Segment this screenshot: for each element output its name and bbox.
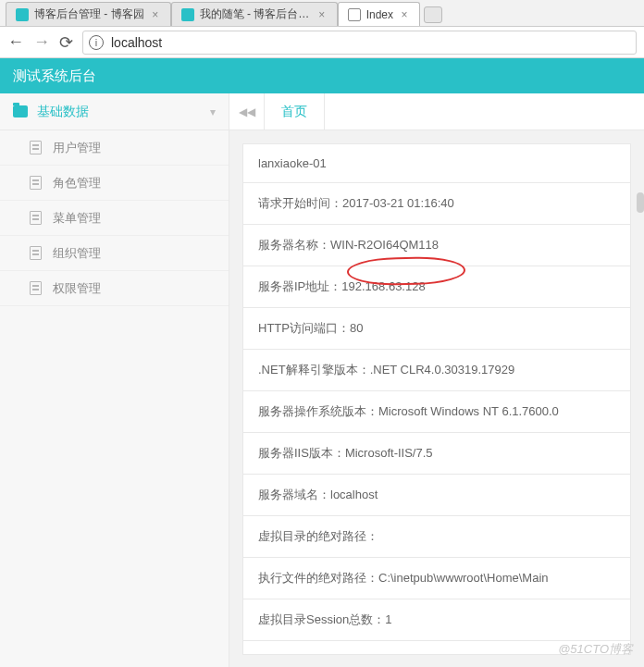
content-tab-label: 首页: [281, 104, 307, 120]
close-icon[interactable]: ×: [399, 9, 410, 20]
row-label: 虚拟目录的绝对路径：: [258, 529, 378, 543]
favicon-icon: [181, 8, 194, 21]
back-button[interactable]: ←: [7, 32, 24, 52]
sidebar-item-label: 用户管理: [53, 140, 101, 156]
browser-chrome: 博客后台管理 - 博客园 × 我的随笔 - 博客后台 - 博 × Index ×: [0, 0, 644, 27]
browser-tab-1[interactable]: 我的随笔 - 博客后台 - 博 ×: [171, 2, 338, 26]
row-value: 1: [385, 612, 391, 626]
row-label: 请求开始时间：: [258, 196, 342, 210]
watermark: @51CTO博客: [558, 641, 633, 658]
document-icon: [30, 176, 42, 190]
close-icon[interactable]: ×: [316, 9, 328, 20]
sidebar-group-basic-data[interactable]: 基础数据 ▾: [0, 93, 229, 130]
row-label: 虚拟目录Session总数：: [258, 612, 385, 626]
row-value: Microsoft Windows NT 6.1.7600.0: [378, 404, 559, 418]
app-header: 测试系统后台: [0, 58, 644, 93]
document-icon: [30, 281, 42, 295]
row-label: HTTP访问端口：: [258, 321, 350, 335]
info-row-clr: .NET解释引擎版本：.NET CLR4.0.30319.17929: [243, 350, 630, 391]
sidebar-item-perm-mgmt[interactable]: 权限管理: [0, 271, 229, 306]
app-title: 测试系统后台: [13, 68, 96, 85]
row-value: .NET CLR4.0.30319.17929: [370, 363, 515, 377]
sidebar-item-label: 组织管理: [53, 245, 101, 262]
info-row-domain: 服务器域名：localhost: [243, 475, 630, 516]
main-layout: 基础数据 ▾ 用户管理 角色管理 菜单管理 组织管理 权限管理 ◀◀: [0, 93, 644, 667]
host-value: lanxiaoke-01: [258, 156, 327, 170]
content-tab-home[interactable]: 首页: [265, 93, 325, 130]
row-value: localhost: [318, 654, 365, 655]
row-label: .NET解释引擎版本：: [258, 363, 370, 377]
info-row-session-count: 虚拟目录Session总数：1: [243, 599, 630, 641]
sidebar-item-label: 菜单管理: [53, 210, 101, 227]
info-row-server-ip: 服务器IP地址：192.168.63.128: [243, 266, 630, 308]
favicon-icon: [16, 8, 29, 21]
sidebar-item-user-mgmt[interactable]: 用户管理: [0, 130, 229, 166]
document-icon: [30, 141, 42, 154]
row-label: 服务器名称：: [258, 238, 330, 252]
tab-title: 博客后台管理 - 博客园: [34, 6, 144, 22]
row-value: WIN-R2OI64QM118: [330, 238, 439, 252]
chevron-down-icon: ▾: [210, 105, 216, 118]
row-value: 2017-03-21 01:16:40: [342, 196, 454, 210]
row-label: 服务器IP地址：: [258, 279, 341, 293]
info-row-vdir-abs: 虚拟目录的绝对路径：: [243, 516, 630, 558]
close-icon[interactable]: ×: [150, 9, 161, 20]
forward-button[interactable]: →: [33, 32, 50, 52]
reload-button[interactable]: ⟳: [59, 32, 73, 53]
info-row-http-port: HTTP访问端口：80: [243, 308, 630, 350]
sidebar-item-org-mgmt[interactable]: 组织管理: [0, 236, 229, 271]
address-bar: ← → ⟳ i localhost: [0, 27, 644, 58]
sidebar-group-label: 基础数据: [37, 104, 89, 120]
browser-tab-2[interactable]: Index ×: [338, 2, 420, 26]
row-label: 域名主机：: [258, 654, 318, 655]
tab-title: 我的随笔 - 博客后台 - 博: [200, 6, 311, 22]
content-tab-bar: ◀◀ 首页: [229, 93, 644, 130]
document-icon: [30, 211, 42, 225]
info-panel: lanxiaoke-01 请求开始时间：2017-03-21 01:16:40 …: [242, 143, 631, 655]
address-text: localhost: [111, 35, 162, 50]
info-row-request-time: 请求开始时间：2017-03-21 01:16:40: [243, 183, 630, 225]
collapse-sidebar-button[interactable]: ◀◀: [229, 93, 265, 130]
address-field[interactable]: i localhost: [82, 31, 637, 55]
sidebar-item-label: 权限管理: [53, 280, 101, 297]
row-label: 服务器IIS版本：: [258, 446, 345, 460]
row-label: 服务器操作系统版本：: [258, 404, 378, 418]
row-label: 执行文件的绝对路径：: [258, 571, 378, 585]
info-row-os: 服务器操作系统版本：Microsoft Windows NT 6.1.7600.…: [243, 391, 630, 433]
folder-icon: [13, 105, 28, 117]
tab-title: Index: [366, 8, 393, 21]
row-value: C:\inetpub\wwwroot\Home\Main: [378, 571, 549, 585]
favicon-icon: [348, 8, 361, 21]
info-row-host: lanxiaoke-01: [243, 144, 630, 183]
row-value: 192.168.63.128: [341, 279, 425, 293]
info-row-iis: 服务器IIS版本：Microsoft-IIS/7.5: [243, 433, 630, 475]
row-value: 80: [350, 321, 363, 335]
row-value: localhost: [330, 488, 378, 501]
site-info-icon[interactable]: i: [89, 35, 104, 50]
sidebar-item-label: 角色管理: [53, 175, 101, 191]
document-icon: [30, 246, 42, 260]
info-row-server-name: 服务器名称：WIN-R2OI64QM118: [243, 225, 630, 266]
row-label: 服务器域名：: [258, 488, 330, 501]
info-row-exec-path: 执行文件的绝对路径：C:\inetpub\wwwroot\Home\Main: [243, 558, 630, 599]
new-tab-button[interactable]: [424, 6, 442, 23]
row-value: Microsoft-IIS/7.5: [345, 446, 433, 460]
sidebar: 基础数据 ▾ 用户管理 角色管理 菜单管理 组织管理 权限管理: [0, 93, 229, 667]
sidebar-item-menu-mgmt[interactable]: 菜单管理: [0, 201, 229, 236]
content-area: ◀◀ 首页 lanxiaoke-01 请求开始时间：2017-03-21 01:…: [229, 93, 644, 667]
sidebar-item-role-mgmt[interactable]: 角色管理: [0, 166, 229, 201]
browser-tab-0[interactable]: 博客后台管理 - 博客园 ×: [6, 2, 171, 26]
scrollbar-thumb[interactable]: [637, 192, 644, 213]
browser-tab-strip: 博客后台管理 - 博客园 × 我的随笔 - 博客后台 - 博 × Index ×: [0, 0, 644, 26]
